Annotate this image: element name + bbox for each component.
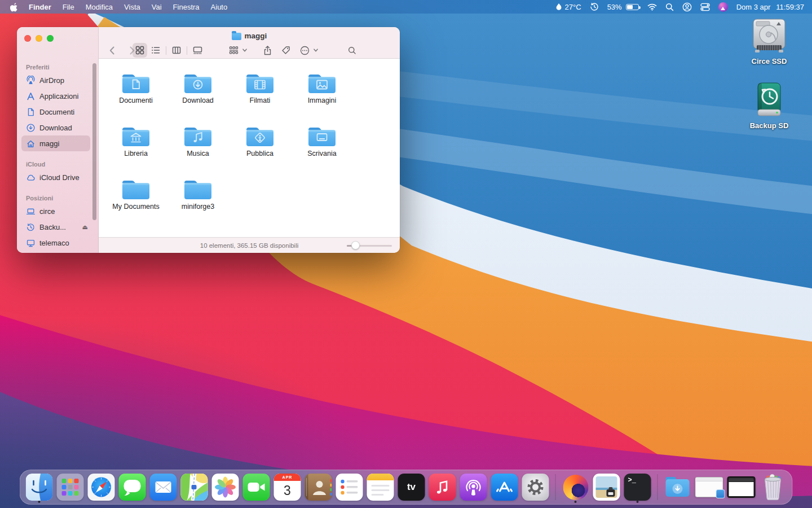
sidebar-item-maggi[interactable]: maggi [21,135,90,151]
dock-finder[interactable] [26,470,53,504]
dock-system-preferences[interactable] [522,470,549,504]
folder-immagini[interactable]: Immagini [295,72,349,105]
menu-vai[interactable]: Vai [146,0,167,14]
folder-icon [121,72,151,95]
folder-scrivania[interactable]: Scrivania [295,125,349,158]
menu-finder[interactable]: Finder [23,0,57,14]
sidebar-item-applicazioni[interactable]: Applicazioni [21,88,90,104]
sidebar-item-airdrop[interactable]: AirDrop [21,72,90,88]
desktop-icon-circe-ssd[interactable]: Circe SSD [749,18,789,65]
menu-aiuto[interactable]: Aiuto [205,0,233,14]
dock-calendar[interactable]: APR 3 [274,470,301,504]
dock-safari[interactable] [88,470,115,504]
dock-photos[interactable] [212,470,239,504]
running-indicator [637,501,639,503]
minimize-button[interactable] [36,35,42,42]
more-actions-button[interactable] [297,43,312,58]
folder-download[interactable]: Download [171,72,225,105]
dock-terminal[interactable]: >_ [624,470,651,504]
desktop-icon-backup-sd[interactable]: Backup SD [750,82,789,130]
window-title: maggi [99,32,400,40]
folder-label: Download [171,97,225,105]
dock-tv[interactable]: tv [398,470,425,504]
view-columns-button[interactable] [169,43,184,58]
icon-size-slider[interactable] [347,241,392,250]
sidebar-item-label: iCloud Drive [39,173,80,182]
view-gallery-button[interactable] [190,43,205,58]
tv-icon: tv [398,474,425,501]
dock-minimized-window-2[interactable] [727,470,756,504]
sidebar-item-backup[interactable]: Backu... ⏏ [21,219,90,235]
sidebar-item-documenti[interactable]: Documenti [21,104,90,120]
slider-knob[interactable] [351,241,360,249]
apple-menu[interactable] [8,2,23,12]
status-text: 10 elementi, 365.15 GB disponibili [200,242,299,249]
zoom-button[interactable] [47,35,54,42]
menubar-app-icon[interactable] [718,2,728,12]
sidebar-item-icloud-drive[interactable]: iCloud Drive [21,169,90,185]
wifi-menu[interactable] [647,3,657,11]
view-list-button[interactable] [148,43,163,58]
dock-maps[interactable] [181,470,208,504]
back-button[interactable] [104,43,119,58]
dock-messages[interactable] [119,470,146,504]
dock-divider [657,474,658,500]
user-menu[interactable] [682,2,692,12]
dock-contacts[interactable] [305,470,332,504]
folder-libreria[interactable]: Libreria [109,125,163,158]
eject-icon[interactable]: ⏏ [82,224,88,231]
folder-pubblica[interactable]: Pubblica [233,125,287,158]
sidebar-item-label: Documenti [39,108,74,116]
folder-filmati[interactable]: Filmati [233,72,287,105]
sidebar-section-posizioni: Posizioni circe Backu... ⏏ [17,193,98,251]
dock-app-store[interactable] [491,470,518,504]
folder-documenti[interactable]: Documenti [109,72,163,105]
group-icon [229,46,239,55]
dock-mail[interactable] [150,470,177,504]
folder-musica[interactable]: Musica [171,125,225,158]
tags-button[interactable] [279,43,293,58]
dock-music[interactable] [429,470,456,504]
dock-trash[interactable] [760,470,787,504]
folder-miniforge3[interactable]: miniforge3 [171,178,225,211]
view-grid-button[interactable] [133,43,147,58]
wifi-icon [647,3,657,11]
menu-finestra[interactable]: Finestra [167,0,205,14]
menu-file[interactable]: File [57,0,80,14]
dock-facetime[interactable] [243,470,270,504]
share-button[interactable] [260,43,275,58]
group-by-button[interactable] [226,43,241,58]
dock-minimized-window-1[interactable] [695,470,723,504]
sidebar-item-circe[interactable]: circe [21,203,90,219]
finder-window: Preferiti AirDrop Applicazioni [17,27,400,253]
sidebar-item-download[interactable]: Download [21,120,90,135]
control-center-menu[interactable] [700,3,710,11]
menu-vista[interactable]: Vista [118,0,146,14]
dock-notes[interactable] [367,470,394,504]
dock-reminders[interactable] [336,470,363,504]
terminal-icon: >_ [624,474,651,501]
app-store-icon [491,474,518,501]
running-indicator [38,501,41,503]
chevron-down-icon [242,49,247,52]
desktop: Finder File Modifica Vista Vai Finestra … [0,0,812,508]
folder-my-documents[interactable]: My Documents [109,178,163,211]
dock-downloads-folder[interactable] [664,470,691,504]
temperature-status[interactable]: 27°C [555,3,581,11]
sidebar-item-label: maggi [39,139,59,148]
search-icon [665,3,674,11]
menu-modifica[interactable]: Modifica [80,0,118,14]
sidebar-item-telemaco[interactable]: telemaco [21,235,90,251]
battery-status[interactable]: 53% [607,3,639,11]
dock-podcasts[interactable] [460,470,487,504]
window-title-text: maggi [245,32,267,40]
close-button[interactable] [24,35,31,42]
dock-image-editor[interactable] [593,470,620,504]
sidebar-scrollbar[interactable] [92,63,96,220]
spotlight-menu[interactable] [665,3,674,11]
dock-launchpad[interactable] [57,470,84,504]
search-button[interactable] [345,43,359,58]
clock-menu[interactable]: Dom 3 apr 11:59:37 [736,3,804,11]
dock-firefox[interactable] [562,470,589,504]
time-machine-menu[interactable] [590,2,599,11]
